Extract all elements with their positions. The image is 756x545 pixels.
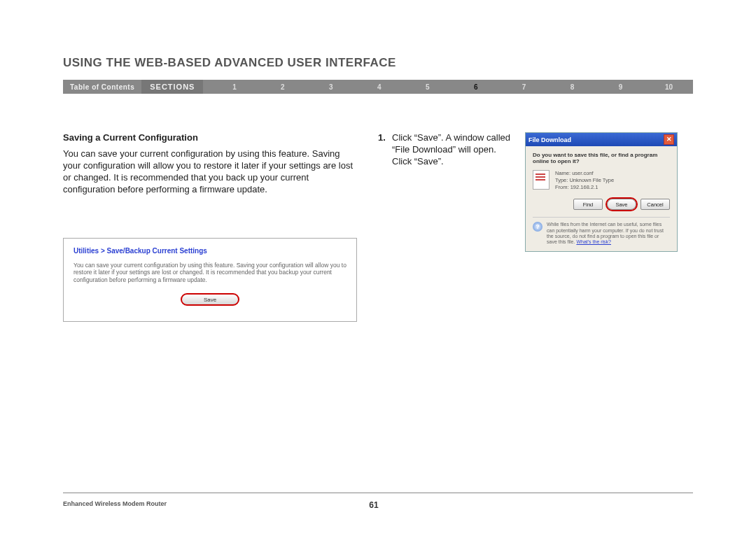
section-numbers: 1 2 3 4 5 6 7 8 9 10	[210, 83, 693, 91]
section-link-6[interactable]: 6	[458, 83, 493, 91]
sections-label: SECTIONS	[141, 80, 203, 94]
dialog-question: Do you want to save this file, or find a…	[533, 152, 670, 164]
file-download-dialog: File Download ✕ Do you want to save this…	[525, 132, 678, 252]
step-text: Click “Save”. A window called “File Down…	[392, 132, 511, 168]
section-link-8[interactable]: 8	[555, 83, 590, 91]
dialog-warning-text: While files from the Internet can be use…	[547, 222, 670, 246]
section-link-9[interactable]: 9	[603, 83, 638, 91]
page-title: USING THE WEB-BASED ADVANCED USER INTERF…	[63, 56, 693, 70]
save-button[interactable]: Save	[181, 293, 239, 306]
find-button[interactable]: Find	[573, 199, 603, 210]
sections-navbar: Table of Contents SECTIONS 1 2 3 4 5 6 7…	[63, 80, 693, 94]
section-subhead: Saving a Current Configuration	[63, 132, 357, 143]
page-number: 61	[167, 500, 581, 510]
utilities-breadcrumb: Utilities > Save/Backup Current Settings	[74, 247, 346, 255]
section-link-4[interactable]: 4	[362, 83, 397, 91]
file-type-row: Type: Unknown File Type	[555, 177, 614, 184]
section-link-2[interactable]: 2	[265, 83, 300, 91]
section-link-1[interactable]: 1	[217, 83, 252, 91]
page-footer: Enhanced Wireless Modem Router 61	[63, 487, 693, 510]
utilities-panel-screenshot: Utilities > Save/Backup Current Settings…	[63, 238, 357, 323]
file-icon	[533, 170, 550, 190]
section-link-10[interactable]: 10	[651, 83, 686, 91]
close-icon[interactable]: ✕	[664, 134, 674, 145]
section-link-5[interactable]: 5	[410, 83, 445, 91]
cancel-button[interactable]: Cancel	[640, 199, 670, 210]
dialog-title: File Download	[528, 136, 571, 143]
file-name-row: Name: user.conf	[555, 170, 614, 177]
body-paragraph: You can save your current configuration …	[63, 148, 357, 196]
step-number: 1.	[378, 132, 392, 168]
section-link-3[interactable]: 3	[314, 83, 349, 91]
shield-icon: ?	[533, 222, 542, 232]
toc-link[interactable]: Table of Contents	[63, 83, 141, 91]
dialog-save-button[interactable]: Save	[607, 199, 636, 210]
product-name: Enhanced Wireless Modem Router	[63, 500, 167, 510]
utilities-description: You can save your current configuration …	[74, 262, 346, 284]
section-link-7[interactable]: 7	[507, 83, 542, 91]
file-from-row: From: 192.168.2.1	[555, 184, 614, 191]
whats-the-risk-link[interactable]: What's the risk?	[576, 239, 611, 244]
footer-divider	[63, 493, 693, 493]
